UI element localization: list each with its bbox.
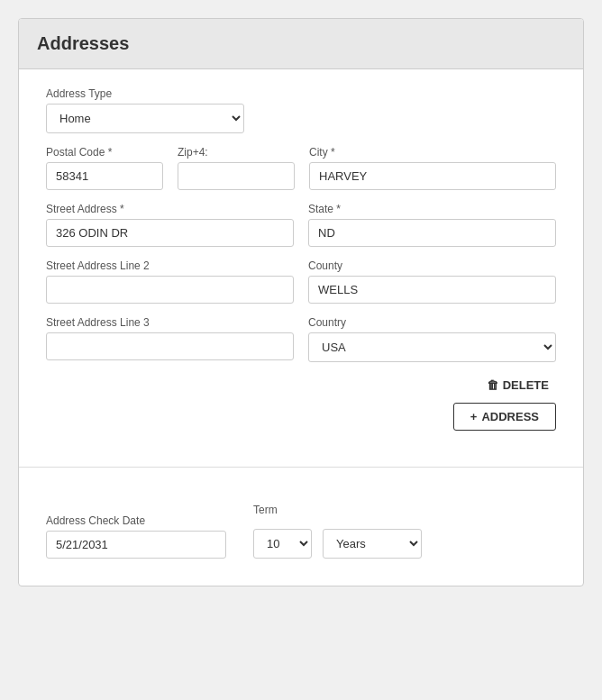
- street-address-group: Street Address *: [46, 203, 294, 247]
- zip-plus4-label: Zip+4:: [178, 146, 295, 159]
- addresses-panel: Addresses Address Type Home Work Other P…: [18, 18, 584, 586]
- street-address2-label: Street Address Line 2: [46, 259, 294, 272]
- street-address3-label: Street Address Line 3: [46, 316, 294, 329]
- panel-title: Addresses: [37, 33, 565, 54]
- street-address2-group: Street Address Line 2: [46, 259, 294, 304]
- street-address3-input[interactable]: [46, 332, 294, 360]
- street-state-row: Street Address * State *: [46, 203, 556, 247]
- address-check-date-label: Address Check Date: [46, 514, 226, 527]
- county-label: County: [308, 259, 556, 272]
- state-input[interactable]: [308, 219, 556, 247]
- add-address-icon: +: [470, 410, 478, 423]
- section-divider: [19, 467, 583, 468]
- address-type-select[interactable]: Home Work Other: [46, 104, 244, 133]
- add-address-button[interactable]: + ADDRESS: [453, 403, 556, 431]
- county-input[interactable]: [308, 276, 556, 304]
- state-group: State *: [308, 203, 556, 247]
- address-type-label: Address Type: [46, 87, 556, 100]
- address-check-date-input[interactable]: [46, 531, 226, 559]
- delete-button[interactable]: 🗑 DELETE: [479, 375, 556, 395]
- zip-plus4-input[interactable]: [178, 162, 295, 190]
- bottom-section: Address Check Date Term 1 2 3 5 10 15 20…: [19, 486, 583, 586]
- postal-code-group: Postal Code *: [46, 146, 163, 190]
- postal-city-row: Postal Code * Zip+4: City *: [46, 146, 556, 190]
- street3-country-row: Street Address Line 3 Country USA Canada…: [46, 316, 556, 362]
- street-address3-group: Street Address Line 3: [46, 316, 294, 362]
- action-buttons: 🗑 DELETE + ADDRESS: [46, 375, 556, 431]
- state-label: State *: [308, 203, 556, 215]
- term-inputs: 1 2 3 5 10 15 20 25 30 Years Months Days: [253, 529, 556, 559]
- delete-icon: 🗑: [487, 378, 498, 392]
- term-group: Term 1 2 3 5 10 15 20 25 30 Years: [253, 504, 556, 559]
- street-address-label: Street Address *: [46, 203, 294, 215]
- term-unit-select[interactable]: Years Months Days: [323, 529, 422, 559]
- city-group: City *: [309, 146, 556, 190]
- term-number-select[interactable]: 1 2 3 5 10 15 20 25 30: [253, 529, 312, 559]
- city-label: City *: [309, 146, 556, 159]
- street2-county-row: Street Address Line 2 County: [46, 259, 556, 304]
- panel-header: Addresses: [19, 19, 583, 69]
- country-label: Country: [308, 316, 556, 329]
- address-check-date-group: Address Check Date: [46, 514, 226, 559]
- bottom-row: Address Check Date Term 1 2 3 5 10 15 20…: [46, 504, 556, 559]
- term-label: Term: [253, 504, 556, 516]
- country-group: Country USA Canada Mexico: [308, 316, 556, 362]
- street-address-input[interactable]: [46, 219, 294, 247]
- city-input[interactable]: [309, 162, 556, 190]
- add-address-label: ADDRESS: [481, 410, 539, 423]
- county-group: County: [308, 259, 556, 304]
- postal-code-label: Postal Code *: [46, 146, 163, 159]
- address-form: Address Type Home Work Other Postal Code…: [19, 69, 583, 449]
- delete-label: DELETE: [503, 378, 549, 392]
- street-address2-input[interactable]: [46, 276, 294, 304]
- country-select[interactable]: USA Canada Mexico: [308, 332, 556, 362]
- address-type-group: Address Type Home Work Other: [46, 87, 556, 133]
- zip-plus4-group: Zip+4:: [178, 146, 295, 190]
- postal-code-input[interactable]: [46, 162, 163, 190]
